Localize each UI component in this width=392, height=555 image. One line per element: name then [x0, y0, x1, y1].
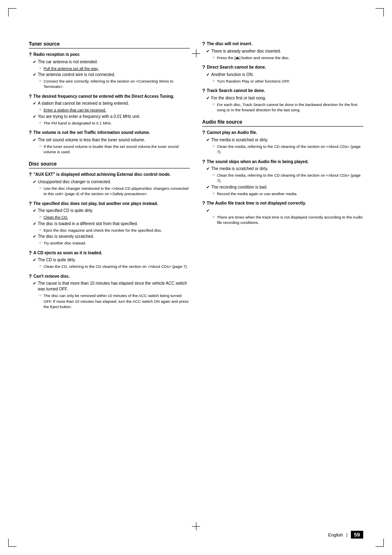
answer-item: ✔ The antenna control wire is not connec…	[33, 72, 190, 78]
checkmark-icon: ✔	[33, 114, 36, 120]
footer-separator: |	[346, 532, 348, 537]
checkmark-icon: ✔	[33, 179, 36, 185]
question-block-direct-search: ? Direct Search cannot be done. ✔ Anothe…	[202, 64, 363, 84]
sub-text: Pull the antenna out all the way.	[44, 66, 99, 71]
sub-item: ☞ For each disc, Track Search cannot be …	[212, 102, 363, 113]
sub-item: ☞ Turn Random Play or other functions OF…	[212, 78, 363, 84]
question-text-remove: Can't remove disc.	[33, 274, 70, 279]
answer-item: ✔ The specified CD is quite dirty.	[33, 208, 190, 214]
checkmark-icon: ✔	[33, 234, 36, 240]
answer-text: A station that cannot be received is bei…	[38, 101, 129, 106]
question-line-insert: ? The disc will not insert.	[202, 41, 363, 48]
arrow-icon: ☞	[39, 120, 42, 126]
checkmark-icon: ✔	[206, 48, 210, 54]
sub-text: The disc can only be removed within 10 m…	[44, 293, 190, 309]
sub-item: ☞ Clean the CD, referring to the CD clea…	[39, 264, 190, 269]
checkmark-icon: ✔	[206, 72, 210, 78]
answer-item: ✔ The disc is severely scratched.	[33, 234, 190, 240]
footer-language: English	[328, 532, 343, 537]
answer-text: The antenna control wire is not connecte…	[38, 72, 115, 78]
answer-text: For the discs first or last song.	[211, 95, 266, 101]
answer-item: ✔ The recording condition is bad.	[206, 184, 363, 190]
arrow-icon: ☞	[39, 293, 42, 299]
checkmark-icon: ✔	[206, 95, 210, 101]
sub-text: Use the disc changer mentioned in the <A…	[44, 186, 190, 197]
question-text-frequency: The desired frequency cannot be entered …	[33, 94, 174, 99]
question-text-radio: Radio reception is poor.	[33, 52, 80, 58]
sub-item: ☞ The disc can only be removed within 10…	[39, 293, 190, 309]
sub-item: ☞ The FM band is designated to 0.1 MHz.	[39, 120, 190, 126]
question-block-sound-skips: ? The sound skips when an Audio file is …	[202, 159, 363, 197]
answer-block-specified: ✔ The specified CD is quite dirty. ☞ Cle…	[33, 208, 190, 246]
answer-text: The disc is loaded in a different slot f…	[38, 221, 138, 227]
answer-block-insert: ✔ There is already another disc inserted…	[206, 48, 363, 61]
answer-text: The recording condition is bad.	[211, 184, 267, 190]
question-line-sound-skips: ? The sound skips when an Audio file is …	[202, 159, 363, 166]
question-mark-frequency: ?	[29, 94, 32, 100]
question-line-direct-search: ? Direct Search cannot be done.	[202, 64, 363, 71]
sub-item: ☞ Use the disc changer mentioned in the …	[39, 186, 190, 197]
question-mark-ejects: ?	[29, 250, 32, 257]
question-line-ejects: ? A CD ejects as soon as it is loaded.	[29, 250, 190, 257]
sub-text: Clean the CD.	[44, 214, 68, 220]
sub-text: The FM band is designated to 0.1 MHz.	[44, 120, 112, 126]
sub-text: Eject the disc magazine and check the nu…	[44, 228, 162, 233]
answer-item: ✔ Unsupported disc changer is connected.	[33, 179, 190, 185]
sub-text: Clean the CD, referring to the CD cleani…	[44, 264, 188, 269]
answer-item: ✔ You are trying to enter a frequency wi…	[33, 114, 190, 120]
answer-block-radio: ✔ The car antenna is not extended. ☞ Pul…	[33, 59, 190, 90]
answer-block-direct-search: ✔ Another function is ON. ☞ Turn Random …	[206, 72, 363, 84]
sub-text: Try another disc instead.	[44, 240, 86, 246]
arrow-icon: ☞	[39, 144, 42, 150]
question-mark-remove: ?	[29, 274, 32, 280]
left-column: Tuner source ? Radio reception is poor. …	[29, 41, 190, 313]
question-mark-insert: ?	[202, 41, 205, 48]
answer-text: The disc is severely scratched.	[38, 234, 94, 240]
question-mark-cannot-play: ?	[202, 130, 205, 136]
answer-block-remove: ✔ The cause is that more than 10 minutes…	[33, 281, 190, 309]
answer-text: The specified CD is quite dirty.	[38, 208, 93, 214]
checkmark-icon: ✔	[33, 59, 36, 65]
answer-item: ✔ The media is scratched or dirty.	[206, 137, 363, 143]
section-title-disc: Disc source	[29, 161, 190, 168]
page-number: 59	[351, 531, 363, 539]
question-text-direct-search: Direct Search cannot be done.	[207, 64, 266, 70]
arrow-icon: ☞	[212, 78, 215, 84]
sub-text: Turn Random Play or other functions OFF.	[217, 78, 290, 84]
question-line-volume: ? The volume is not the set Traffic info…	[29, 130, 190, 136]
sub-item: ☞ There are times when the track time is…	[212, 214, 363, 226]
checkmark-icon: ✔	[33, 72, 36, 78]
crosshair-center	[192, 522, 200, 530]
checkmark-icon: ✔	[33, 137, 36, 143]
question-mark-sound-skips: ?	[202, 159, 205, 166]
question-text-track-search: Track Search cannot be done.	[207, 88, 265, 94]
question-block-disc-insert: ? The disc will not insert. ✔ There is a…	[202, 41, 363, 60]
arrow-icon: ☞	[39, 107, 42, 113]
answer-text: The cause is that more than 10 minutes h…	[38, 281, 190, 292]
answer-text: The media is scratched or dirty.	[211, 166, 268, 172]
sub-text: There are times when the track time is n…	[217, 214, 363, 226]
question-mark-specified: ?	[29, 201, 32, 207]
corner-mark-br	[376, 539, 384, 547]
page: Tuner source ? Radio reception is poor. …	[0, 0, 392, 555]
answer-item: ✔ The set sound volume is less than the …	[33, 137, 190, 143]
sub-text: Connect the wire correctly, referring to…	[44, 78, 190, 90]
sub-item: ☞ Pull the antenna out all the way.	[39, 66, 190, 71]
answer-block-aux: ✔ Unsupported disc changer is connected.…	[33, 179, 190, 197]
question-text-sound-skips: The sound skips when an Audio file is be…	[207, 159, 308, 165]
answer-text: You are trying to enter a frequency with…	[38, 114, 140, 120]
sub-item: ☞ Clean the media, referring to the CD c…	[212, 144, 363, 155]
arrow-icon: ☞	[39, 240, 42, 246]
answer-item: ✔ Another function is ON.	[206, 72, 363, 78]
answer-item: ✔	[206, 208, 363, 214]
arrow-icon: ☞	[39, 264, 42, 269]
main-content: Tuner source ? Radio reception is poor. …	[29, 41, 363, 313]
answer-block-volume: ✔ The set sound volume is less than the …	[33, 137, 190, 155]
question-text-specified: The specified disc does not play, but an…	[33, 201, 158, 207]
answer-item: ✔ The cause is that more than 10 minutes…	[33, 281, 190, 292]
question-line-remove: ? Can't remove disc.	[29, 274, 190, 280]
checkmark-icon: ✔	[33, 208, 36, 214]
sub-item: ☞ Eject the disc magazine and check the …	[39, 228, 190, 233]
answer-block-track-time: ✔ ☞ There are times when the track time …	[206, 208, 363, 226]
question-mark-aux: ?	[29, 172, 32, 178]
